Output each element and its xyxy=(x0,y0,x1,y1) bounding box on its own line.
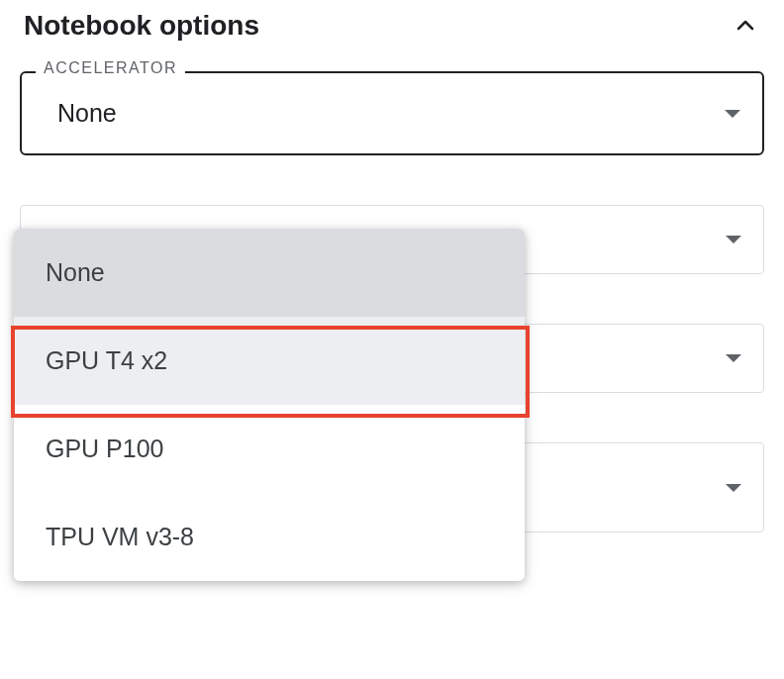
accelerator-dropdown-menu: None GPU T4 x2 GPU P100 TPU VM v3-8 xyxy=(14,229,525,581)
dropdown-arrow-icon xyxy=(726,484,741,492)
dropdown-arrow-icon xyxy=(726,354,741,362)
dropdown-option-tpu-vm-v3-8[interactable]: TPU VM v3-8 xyxy=(14,493,525,581)
dropdown-option-gpu-t4-x2[interactable]: GPU T4 x2 xyxy=(14,317,525,405)
dropdown-arrow-icon xyxy=(725,110,740,118)
accelerator-label: ACCELERATOR xyxy=(36,59,185,77)
dropdown-arrow-icon xyxy=(726,236,741,243)
section-title: Notebook options xyxy=(24,10,259,42)
dropdown-option-none[interactable]: None xyxy=(14,229,525,317)
accelerator-field: ACCELERATOR None xyxy=(20,71,764,155)
accelerator-select[interactable]: None xyxy=(20,71,764,155)
chevron-up-icon[interactable] xyxy=(731,11,760,41)
accelerator-selected-value: None xyxy=(57,99,117,128)
dropdown-option-gpu-p100[interactable]: GPU P100 xyxy=(14,405,525,493)
